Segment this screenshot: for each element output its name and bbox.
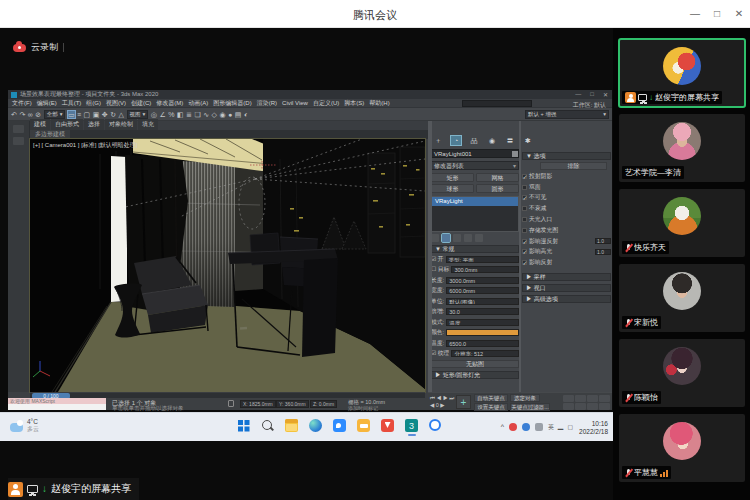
checkbox[interactable] [522,174,527,179]
playback-buttons[interactable]: ⏮ ◀ ▶ ⏭ [430,395,454,402]
cpanel-scrollbar2[interactable] [519,121,521,392]
menu-item[interactable]: 动画(A) [188,99,208,108]
menu-item[interactable]: 脚本(S) [344,99,364,108]
taskbar-weather-widget[interactable]: 4°C多云 [10,418,39,433]
configure-icon[interactable] [475,234,483,242]
render-icon[interactable]: ◐ [244,111,248,118]
material-editor-icon[interactable]: ◉ [219,111,225,118]
menu-item[interactable]: Civil View [282,100,308,106]
render-frame-icon[interactable]: ▤ [235,111,242,118]
checkbox[interactable] [522,217,527,222]
mirror-icon[interactable]: ◧ [177,111,184,118]
light-type-button[interactable]: 矩形 [431,173,474,182]
link-icon[interactable]: ∞ [28,111,33,118]
angle-snap-icon[interactable]: ∠ [159,111,165,118]
modifier-list-dropdown[interactable]: 修改器列表 [431,161,519,170]
remove-modifier-icon[interactable] [464,234,472,242]
checkbox[interactable] [522,228,527,233]
checkbox[interactable] [522,249,527,254]
ribbon-tab[interactable]: 选择 [84,119,104,130]
search-button[interactable] [261,419,275,435]
pin-stack-icon[interactable] [431,234,439,242]
viewport-label[interactable]: [+] [ Camera001 ] [标准] [默认明暗处理] [33,141,138,150]
checkbox[interactable] [522,195,527,200]
menu-item[interactable]: 自定义(U) [313,99,339,108]
3dsmax-taskbar-icon[interactable] [405,419,419,435]
selected-mode-dropdown[interactable]: 选定对象 [510,394,540,402]
checkbox[interactable] [522,239,527,244]
cpanel-scrollbar[interactable] [429,121,432,392]
checkbox[interactable] [522,185,527,190]
utilities-tab[interactable]: ✱ [523,136,533,145]
collapsed-rollout[interactable]: ▶ 高级选项 [522,295,611,303]
ribbon-panel-label[interactable]: 多边形建模 [30,130,70,140]
checkbox[interactable] [522,260,527,265]
scale-icon[interactable]: △ [119,111,124,118]
menu-item[interactable]: 工具(T) [62,99,82,108]
3dsmax-maximize[interactable]: □ [590,91,594,98]
align-icon[interactable]: ≣ [186,111,192,118]
show-end-result-icon[interactable] [442,234,450,242]
select-by-name-icon[interactable]: ≡ [77,111,81,118]
tray-icon-blue[interactable] [522,423,530,431]
undo-icon[interactable]: ↶ [11,111,17,118]
participant-tile[interactable]: ↓ 陈颖怡 [619,339,745,407]
selection-lock-icon[interactable] [228,400,234,407]
dock-icon[interactable] [13,137,24,145]
percent-snap-icon[interactable]: % [168,111,174,118]
no-texture-button[interactable]: 无贴图 [431,360,519,368]
light-type-button[interactable]: 球形 [431,184,474,193]
ribbon-tab[interactable]: 建模 [30,119,50,130]
light-type-button[interactable]: 圆形 [476,184,519,193]
participant-tile[interactable]: ↓ 艺术学院—李清 [619,114,745,182]
checkbox[interactable] [522,206,527,211]
modifier-stack[interactable]: VRayLight [431,196,519,232]
snap-icon[interactable]: ◎ [151,111,157,118]
edge-icon[interactable] [309,419,323,435]
browser-icon[interactable] [429,419,443,435]
tray-expand-chevron[interactable]: ^ [501,418,504,436]
menu-item[interactable]: 视图(V) [106,99,126,108]
select-region-icon[interactable]: ▢ [84,111,91,118]
viewport-nav-cluster[interactable] [563,395,610,410]
red-app-icon[interactable] [381,419,395,435]
participant-tile[interactable]: ↓ 宋新悦 [619,264,745,332]
object-color-chip[interactable] [512,151,518,157]
frame-field[interactable]: ◀ 0 ▶ [430,402,445,408]
collapsed-rollout[interactable]: ▶ 采样 [522,273,611,281]
rollout-rect-light[interactable]: ▶ 矩形/圆形灯光 [431,371,519,379]
menu-item[interactable]: 创建(C) [131,99,151,108]
set-key-mode-button[interactable]: 设置关键点 [474,403,508,411]
participant-tile[interactable]: ↓ 平慧慧 [619,414,745,482]
move-icon[interactable]: ✥ [102,111,108,118]
window-crossing-icon[interactable]: ▣ [93,111,100,118]
cloud-recording-indicator[interactable]: 云录制 [13,41,64,54]
menu-item[interactable]: 文件(F) [12,99,32,108]
menu-item[interactable]: 渲染(R) [257,99,277,108]
tray-icon-red[interactable] [509,423,517,431]
set-key-button[interactable]: + [456,395,471,409]
modify-tab[interactable]: ◔ [451,136,461,145]
tray-system-glyphs[interactable]: 英 ▂ ▢ [548,418,574,436]
render-setup-icon[interactable]: ● [228,111,232,118]
stack-selected-item[interactable]: VRayLight [432,197,518,206]
render-preset-dropdown[interactable]: 默认 + 增强▾ [525,110,609,119]
display-tab[interactable]: 〓 [505,136,515,145]
ref-coord-dropdown[interactable]: 视图▾ [127,110,149,119]
menu-item[interactable]: 修改器(M) [156,99,183,108]
layer-icon[interactable]: ❏ [194,111,200,118]
redo-icon[interactable]: ↷ [19,111,25,118]
menu-item[interactable]: 组(G) [86,99,101,108]
ribbon-tab[interactable]: 自由形式 [51,119,83,130]
ribbon-tab[interactable]: 对象绘制 [105,119,137,130]
make-unique-icon[interactable] [453,234,461,242]
dock-icon[interactable] [13,125,24,133]
selection-filter-dropdown[interactable]: 全部▾ [44,110,66,119]
object-name-field[interactable]: VRayLight001 [431,149,519,158]
exclude-button[interactable]: 排除 [540,162,607,170]
select-object-icon[interactable]: ▭ [68,111,75,118]
light-type-button[interactable]: 网格 [476,173,519,182]
minimize-button[interactable]: — [688,8,702,19]
hierarchy-tab[interactable]: 品 [469,136,479,145]
curve-editor-icon[interactable]: ∿ [203,111,209,118]
